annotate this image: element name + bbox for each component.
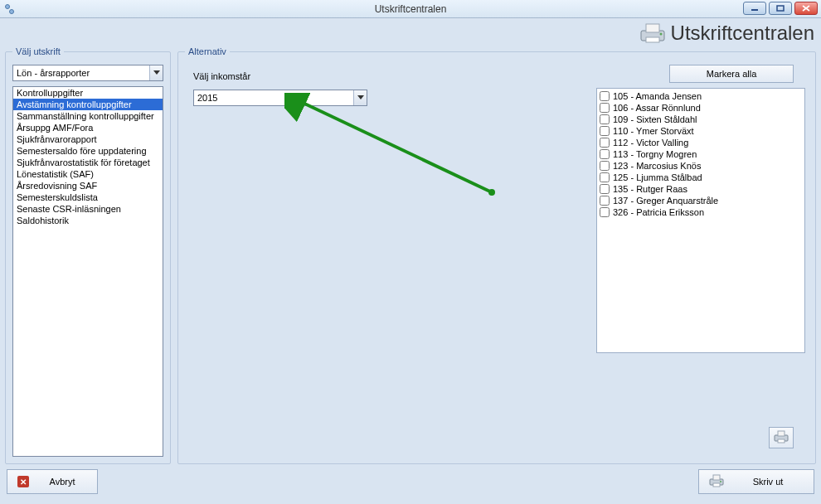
cancel-button[interactable]: ✕ Avbryt (7, 469, 98, 494)
person-label: 105 - Amanda Jensen (613, 90, 702, 102)
page-title: Utskriftcentralen (671, 22, 814, 45)
svg-rect-3 (777, 6, 784, 11)
list-item[interactable]: Sjukfrånvarorapport (13, 133, 163, 145)
app-icon (3, 2, 17, 16)
list-item[interactable]: Sjukfrånvarostatistik för företaget (13, 157, 163, 168)
close-button[interactable] (794, 2, 818, 15)
chevron-down-icon (149, 65, 163, 80)
svg-line-16 (299, 101, 492, 192)
printer-icon (709, 474, 724, 489)
list-item[interactable]: Årsredovisning SAF (13, 180, 163, 191)
person-label: 137 - Greger Anquarstråle (613, 195, 718, 206)
person-checkbox[interactable] (600, 103, 610, 113)
person-label: 109 - Sixten Ståldahl (613, 114, 697, 125)
titlebar: Utskriftcentralen (0, 0, 821, 18)
svg-point-21 (720, 481, 721, 482)
person-row[interactable]: 110 - Ymer Storväxt (598, 125, 804, 137)
options-legend: Alternativ (185, 46, 230, 56)
print-icon-button[interactable] (769, 427, 794, 448)
annotation-arrow (284, 93, 500, 201)
person-row[interactable]: 123 - Marcosius Knös (598, 160, 804, 172)
person-checkbox[interactable] (600, 149, 610, 159)
income-year-combo[interactable]: 2015 (193, 90, 367, 106)
person-checkbox[interactable] (600, 91, 610, 101)
person-label: 110 - Ymer Storväxt (613, 125, 694, 137)
person-checkbox[interactable] (600, 114, 610, 124)
print-label: Skriv ut (732, 477, 804, 487)
svg-rect-13 (778, 431, 785, 436)
print-button[interactable]: Skriv ut (698, 469, 814, 494)
window-title: Utskriftcentralen (0, 0, 821, 18)
list-item[interactable]: Lönestatistik (SAF) (13, 168, 163, 180)
person-row[interactable]: 112 - Victor Valling (598, 137, 804, 148)
maximize-button[interactable] (769, 2, 792, 15)
select-all-button[interactable]: Markera alla (669, 65, 794, 83)
person-checkbox[interactable] (600, 126, 610, 136)
person-label: 112 - Victor Valling (613, 137, 688, 148)
list-item[interactable]: Avstämning kontrolluppgifter (13, 99, 163, 110)
options-group: Alternativ Välj inkomstår 2015 Markera a… (177, 46, 816, 464)
svg-rect-19 (713, 475, 720, 480)
income-year-value: 2015 (197, 93, 217, 103)
list-item[interactable]: Semestersaldo före uppdatering (13, 145, 163, 157)
person-checkbox[interactable] (600, 172, 610, 182)
svg-rect-14 (778, 439, 785, 443)
svg-point-0 (6, 4, 10, 8)
person-label: 123 - Marcosius Knös (613, 160, 701, 172)
printer-icon (774, 430, 789, 445)
svg-marker-10 (153, 70, 160, 75)
person-checkbox[interactable] (600, 196, 610, 206)
person-row[interactable]: 135 - Rutger Raas (598, 183, 804, 195)
chevron-down-icon (353, 90, 367, 105)
cancel-label: Avbryt (37, 477, 87, 487)
minimize-button[interactable] (743, 2, 766, 15)
person-row[interactable]: 137 - Greger Anquarstråle (598, 195, 804, 206)
person-row[interactable]: 109 - Sixten Ståldahl (598, 114, 804, 125)
svg-rect-20 (713, 483, 720, 487)
income-year-label: Välj inkomstår (193, 71, 250, 81)
svg-point-1 (10, 9, 14, 13)
svg-point-9 (659, 33, 662, 36)
person-label: 135 - Rutger Raas (613, 183, 687, 195)
report-category-combo[interactable]: Lön - årsrapporter (12, 65, 163, 81)
svg-point-17 (488, 189, 495, 196)
select-report-group: Välj utskrift Lön - årsrapporter Kontrol… (5, 46, 171, 464)
list-item[interactable]: Senaste CSR-inläsningen (13, 203, 163, 215)
person-label: 125 - Ljumma Stålbad (613, 172, 702, 183)
select-report-legend: Välj utskrift (12, 46, 64, 56)
svg-marker-11 (357, 95, 364, 99)
list-item[interactable]: Saldohistorik (13, 215, 163, 226)
person-checkbox[interactable] (600, 138, 610, 148)
person-checkbox[interactable] (600, 207, 610, 217)
window-buttons (743, 2, 818, 15)
cancel-icon: ✕ (17, 476, 29, 487)
printer-icon (639, 22, 666, 44)
person-row[interactable]: 105 - Amanda Jensen (598, 90, 804, 102)
people-checklist[interactable]: 105 - Amanda Jensen106 - Assar Rönnlund1… (596, 88, 805, 353)
list-item[interactable]: Kontrolluppgifter (13, 87, 163, 99)
list-item[interactable]: Semesterskuldslista (13, 191, 163, 203)
person-label: 113 - Torgny Mogren (613, 148, 697, 160)
person-row[interactable]: 106 - Assar Rönnlund (598, 102, 804, 114)
person-row[interactable]: 326 - Patricia Eriksson (598, 206, 804, 218)
list-item[interactable]: Årsuppg AMF/Fora (13, 122, 163, 133)
person-row[interactable]: 113 - Torgny Mogren (598, 148, 804, 160)
person-checkbox[interactable] (600, 184, 610, 194)
select-all-label: Markera alla (707, 69, 757, 79)
report-category-value: Lön - årsrapporter (17, 68, 90, 78)
person-checkbox[interactable] (600, 161, 610, 171)
report-listbox[interactable]: KontrolluppgifterAvstämning kontrolluppg… (12, 86, 163, 457)
person-row[interactable]: 125 - Ljumma Stålbad (598, 172, 804, 183)
svg-rect-7 (646, 24, 659, 32)
person-label: 106 - Assar Rönnlund (613, 102, 701, 114)
person-label: 326 - Patricia Eriksson (613, 206, 704, 218)
page-header: Utskriftcentralen (639, 22, 814, 45)
list-item[interactable]: Sammanställning kontrolluppgifter (13, 110, 163, 122)
svg-rect-8 (646, 37, 659, 42)
